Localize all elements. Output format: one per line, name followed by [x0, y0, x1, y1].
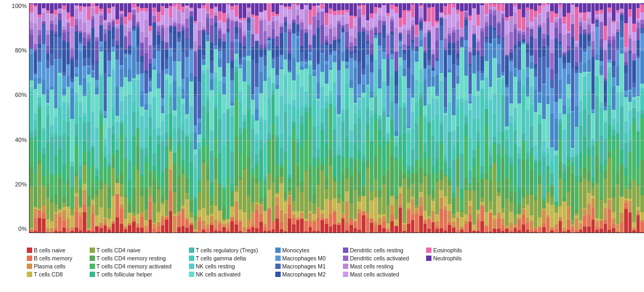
bar-segment	[382, 228, 386, 233]
bar-segment	[612, 224, 616, 228]
bar-segment	[337, 225, 341, 233]
bar-segment	[325, 45, 328, 61]
bar-segment	[251, 59, 255, 94]
bar-segment	[497, 11, 501, 22]
bar-segment	[419, 99, 423, 115]
bar-segment	[243, 49, 246, 56]
bar-segment	[624, 48, 628, 53]
bar-segment	[337, 182, 341, 194]
legend-item: NK cells resting	[189, 263, 258, 269]
bar-segment	[579, 13, 583, 18]
bar-segment	[526, 11, 530, 27]
legend-item: Monocytes	[275, 247, 326, 253]
bar-segment	[497, 144, 501, 154]
bar-segment	[517, 230, 521, 233]
bar-segment	[534, 77, 538, 90]
legend-item: NK cells activated	[189, 271, 258, 278]
bar-column	[362, 3, 366, 233]
bar-segment	[469, 94, 472, 101]
bar-segment	[444, 230, 448, 233]
bar-segment	[604, 159, 608, 166]
bar-segment	[636, 167, 640, 185]
bar-segment	[140, 176, 144, 189]
bar-segment	[612, 149, 616, 186]
bar-segment	[370, 142, 374, 162]
bar-segment	[583, 63, 587, 71]
bar-segment	[128, 181, 131, 199]
bar-segment	[206, 3, 210, 11]
bar-segment	[38, 3, 41, 14]
bar-segment	[583, 12, 587, 21]
bar-segment	[152, 58, 156, 67]
bar-segment	[235, 54, 238, 59]
bar-segment	[595, 230, 599, 233]
bar-segment	[197, 81, 201, 118]
bar-segment	[104, 139, 107, 146]
bar-segment	[587, 73, 591, 92]
bar-segment	[136, 80, 140, 111]
bar-segment	[157, 44, 160, 51]
bar-segment	[128, 69, 131, 81]
bar-segment	[464, 232, 468, 233]
bar-segment	[112, 224, 115, 233]
bar-segment	[83, 23, 86, 32]
bar-segment	[197, 118, 201, 123]
bar-segment	[309, 55, 312, 61]
bar-segment	[460, 102, 464, 153]
bar-segment	[431, 86, 435, 98]
bar-segment	[575, 182, 579, 209]
bar-segment	[259, 48, 263, 56]
bar-segment	[115, 28, 119, 41]
bar-segment	[460, 40, 464, 47]
bar-segment	[546, 5, 550, 11]
bar-segment	[197, 123, 201, 134]
bar-segment	[464, 100, 468, 114]
bar-segment	[370, 13, 374, 18]
bar-segment	[501, 4, 505, 11]
bar-segment	[624, 168, 628, 176]
bar-segment	[472, 25, 476, 33]
bar-segment	[62, 41, 66, 72]
bar-segment	[259, 122, 263, 139]
bar-segment	[144, 226, 148, 231]
bar-segment	[239, 3, 243, 18]
bar-segment	[542, 34, 546, 38]
bar-segment	[456, 212, 460, 218]
bar-segment	[157, 35, 160, 44]
bar-segment	[472, 158, 476, 167]
bar-segment	[477, 231, 480, 233]
bar-segment	[62, 203, 66, 207]
bar-column	[562, 3, 567, 233]
bar-segment	[95, 14, 99, 37]
bar-segment	[612, 197, 616, 213]
bar-segment	[440, 209, 443, 228]
bar-segment	[509, 232, 513, 233]
bar-segment	[497, 196, 501, 212]
bar-segment	[530, 221, 533, 230]
bar-segment	[91, 183, 95, 198]
bar-segment	[152, 70, 156, 97]
legend-swatch	[90, 256, 95, 261]
bar-segment	[124, 96, 128, 114]
bar-segment	[599, 200, 603, 220]
legend-item: Neutrophils	[426, 255, 462, 261]
bar-segment	[587, 35, 591, 41]
bar-segment	[354, 46, 357, 53]
bar-segment	[378, 34, 382, 46]
legend-item: Eosinophils	[426, 247, 462, 253]
bar-segment	[599, 39, 603, 48]
bar-segment	[505, 3, 509, 17]
bar-segment	[161, 141, 165, 172]
bar-segment	[58, 76, 62, 107]
bar-segment	[345, 110, 349, 138]
bar-segment	[415, 62, 419, 80]
bar-segment	[517, 153, 521, 158]
bar-segment	[345, 12, 349, 24]
bar-segment	[472, 3, 476, 8]
bar-segment	[235, 59, 238, 66]
bar-segment	[152, 179, 156, 203]
bar-segment	[197, 181, 201, 192]
bar-column	[501, 3, 506, 233]
bar-segment	[620, 222, 624, 233]
bar-segment	[480, 74, 484, 80]
